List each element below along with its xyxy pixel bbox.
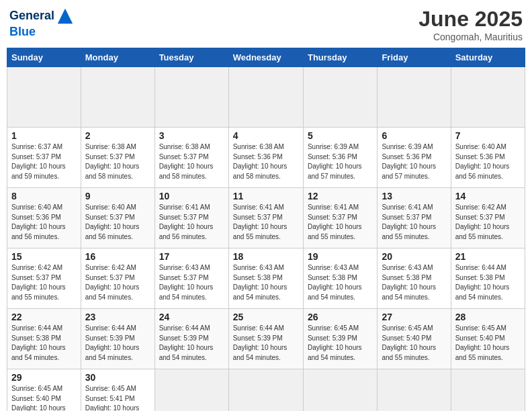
day-number: 9 bbox=[85, 191, 150, 201]
calendar-cell: 3 Sunrise: 6:38 AMSunset: 5:37 PMDayligh… bbox=[154, 128, 228, 188]
calendar-cell: 5 Sunrise: 6:39 AMSunset: 5:36 PMDayligh… bbox=[303, 128, 377, 188]
day-number: 22 bbox=[11, 312, 77, 322]
calendar-cell bbox=[303, 67, 377, 128]
calendar-cell: 14 Sunrise: 6:42 AMSunset: 5:37 PMDaylig… bbox=[451, 188, 525, 248]
day-number: 24 bbox=[159, 312, 224, 322]
day-info: Sunrise: 6:41 AMSunset: 5:37 PMDaylight:… bbox=[382, 203, 436, 240]
day-number: 10 bbox=[159, 191, 224, 201]
day-number: 23 bbox=[85, 312, 150, 322]
day-info: Sunrise: 6:45 AMSunset: 5:40 PMDaylight:… bbox=[382, 324, 436, 361]
calendar-cell: 4 Sunrise: 6:38 AMSunset: 5:36 PMDayligh… bbox=[228, 128, 303, 188]
svg-marker-0 bbox=[58, 9, 73, 24]
day-info: Sunrise: 6:39 AMSunset: 5:36 PMDaylight:… bbox=[382, 143, 436, 180]
day-info: Sunrise: 6:43 AMSunset: 5:38 PMDaylight:… bbox=[308, 264, 362, 301]
day-info: Sunrise: 6:41 AMSunset: 5:37 PMDaylight:… bbox=[159, 203, 214, 240]
day-info: Sunrise: 6:43 AMSunset: 5:38 PMDaylight:… bbox=[233, 264, 287, 301]
calendar-cell bbox=[81, 67, 154, 128]
calendar-cell: 28 Sunrise: 6:45 AMSunset: 5:40 PMDaylig… bbox=[451, 309, 525, 369]
day-number: 20 bbox=[382, 251, 446, 262]
calendar-cell: 19 Sunrise: 6:43 AMSunset: 5:38 PMDaylig… bbox=[303, 248, 377, 309]
day-number: 25 bbox=[233, 312, 299, 322]
col-header-thursday: Thursday bbox=[303, 48, 377, 67]
col-header-wednesday: Wednesday bbox=[228, 48, 303, 67]
day-number: 7 bbox=[455, 130, 521, 141]
calendar-cell: 7 Sunrise: 6:40 AMSunset: 5:36 PMDayligh… bbox=[451, 128, 525, 188]
calendar-cell bbox=[451, 369, 525, 412]
day-info: Sunrise: 6:44 AMSunset: 5:39 PMDaylight:… bbox=[159, 324, 214, 361]
calendar-cell: 22 Sunrise: 6:44 AMSunset: 5:38 PMDaylig… bbox=[7, 309, 81, 369]
calendar-cell: 17 Sunrise: 6:43 AMSunset: 5:37 PMDaylig… bbox=[154, 248, 228, 309]
page-header: General Blue June 2025 Congomah, Mauriti… bbox=[7, 7, 525, 42]
day-info: Sunrise: 6:38 AMSunset: 5:37 PMDaylight:… bbox=[85, 143, 140, 180]
month-title: June 2025 bbox=[418, 7, 523, 32]
day-info: Sunrise: 6:43 AMSunset: 5:38 PMDaylight:… bbox=[382, 264, 436, 301]
title-block: June 2025 Congomah, Mauritius bbox=[418, 7, 523, 42]
day-info: Sunrise: 6:39 AMSunset: 5:36 PMDaylight:… bbox=[308, 143, 362, 180]
day-info: Sunrise: 6:42 AMSunset: 5:37 PMDaylight:… bbox=[455, 203, 510, 240]
calendar-cell: 10 Sunrise: 6:41 AMSunset: 5:37 PMDaylig… bbox=[154, 188, 228, 248]
day-info: Sunrise: 6:38 AMSunset: 5:36 PMDaylight:… bbox=[233, 143, 287, 180]
day-number: 5 bbox=[308, 130, 373, 141]
calendar-cell: 26 Sunrise: 6:45 AMSunset: 5:39 PMDaylig… bbox=[303, 309, 377, 369]
calendar-table: SundayMondayTuesdayWednesdayThursdayFrid… bbox=[7, 48, 525, 411]
day-number: 13 bbox=[382, 191, 446, 201]
calendar-cell bbox=[228, 369, 303, 412]
day-number: 15 bbox=[11, 251, 77, 262]
logo-icon bbox=[56, 7, 75, 26]
calendar-cell: 16 Sunrise: 6:42 AMSunset: 5:37 PMDaylig… bbox=[81, 248, 154, 309]
calendar-cell: 12 Sunrise: 6:41 AMSunset: 5:37 PMDaylig… bbox=[303, 188, 377, 248]
day-number: 16 bbox=[85, 251, 150, 262]
calendar-cell bbox=[378, 369, 451, 412]
calendar-cell: 8 Sunrise: 6:40 AMSunset: 5:36 PMDayligh… bbox=[7, 188, 81, 248]
calendar-cell bbox=[303, 369, 377, 412]
calendar-cell bbox=[378, 67, 451, 128]
day-info: Sunrise: 6:44 AMSunset: 5:38 PMDaylight:… bbox=[455, 264, 510, 301]
calendar-cell bbox=[228, 67, 303, 128]
col-header-saturday: Saturday bbox=[451, 48, 525, 67]
logo: General Blue bbox=[9, 7, 75, 39]
day-number: 6 bbox=[382, 130, 446, 141]
day-number: 29 bbox=[11, 372, 77, 383]
calendar-cell: 25 Sunrise: 6:44 AMSunset: 5:39 PMDaylig… bbox=[228, 309, 303, 369]
day-info: Sunrise: 6:45 AMSunset: 5:41 PMDaylight:… bbox=[85, 385, 140, 411]
calendar-cell bbox=[451, 67, 525, 128]
location: Congomah, Mauritius bbox=[418, 32, 523, 42]
day-info: Sunrise: 6:42 AMSunset: 5:37 PMDaylight:… bbox=[11, 264, 66, 301]
day-info: Sunrise: 6:40 AMSunset: 5:36 PMDaylight:… bbox=[455, 143, 510, 180]
col-header-tuesday: Tuesday bbox=[154, 48, 228, 67]
day-info: Sunrise: 6:38 AMSunset: 5:37 PMDaylight:… bbox=[159, 143, 214, 180]
day-info: Sunrise: 6:44 AMSunset: 5:39 PMDaylight:… bbox=[233, 324, 287, 361]
col-header-friday: Friday bbox=[378, 48, 451, 67]
day-info: Sunrise: 6:42 AMSunset: 5:37 PMDaylight:… bbox=[85, 264, 140, 301]
calendar-cell: 18 Sunrise: 6:43 AMSunset: 5:38 PMDaylig… bbox=[228, 248, 303, 309]
day-number: 1 bbox=[11, 130, 77, 141]
day-number: 27 bbox=[382, 312, 446, 322]
day-info: Sunrise: 6:37 AMSunset: 5:37 PMDaylight:… bbox=[11, 143, 66, 180]
calendar-cell bbox=[154, 369, 228, 412]
day-number: 19 bbox=[308, 251, 373, 262]
day-number: 21 bbox=[455, 251, 521, 262]
calendar-cell: 11 Sunrise: 6:41 AMSunset: 5:37 PMDaylig… bbox=[228, 188, 303, 248]
calendar-cell bbox=[7, 67, 81, 128]
calendar-cell: 9 Sunrise: 6:40 AMSunset: 5:37 PMDayligh… bbox=[81, 188, 154, 248]
calendar-cell: 1 Sunrise: 6:37 AMSunset: 5:37 PMDayligh… bbox=[7, 128, 81, 188]
day-info: Sunrise: 6:44 AMSunset: 5:38 PMDaylight:… bbox=[11, 324, 66, 361]
day-info: Sunrise: 6:45 AMSunset: 5:40 PMDaylight:… bbox=[11, 385, 66, 411]
calendar-cell: 23 Sunrise: 6:44 AMSunset: 5:39 PMDaylig… bbox=[81, 309, 154, 369]
day-number: 28 bbox=[455, 312, 521, 322]
day-info: Sunrise: 6:44 AMSunset: 5:39 PMDaylight:… bbox=[85, 324, 140, 361]
calendar-cell: 13 Sunrise: 6:41 AMSunset: 5:37 PMDaylig… bbox=[378, 188, 451, 248]
day-number: 4 bbox=[233, 130, 299, 141]
day-info: Sunrise: 6:40 AMSunset: 5:36 PMDaylight:… bbox=[11, 203, 66, 240]
day-info: Sunrise: 6:45 AMSunset: 5:39 PMDaylight:… bbox=[308, 324, 362, 361]
day-info: Sunrise: 6:45 AMSunset: 5:40 PMDaylight:… bbox=[455, 324, 510, 361]
calendar-cell: 29 Sunrise: 6:45 AMSunset: 5:40 PMDaylig… bbox=[7, 369, 81, 412]
day-info: Sunrise: 6:41 AMSunset: 5:37 PMDaylight:… bbox=[233, 203, 287, 240]
day-number: 14 bbox=[455, 191, 521, 201]
calendar-cell: 21 Sunrise: 6:44 AMSunset: 5:38 PMDaylig… bbox=[451, 248, 525, 309]
day-number: 11 bbox=[233, 191, 299, 201]
calendar-cell bbox=[154, 67, 228, 128]
day-number: 18 bbox=[233, 251, 299, 262]
day-number: 2 bbox=[85, 130, 150, 141]
calendar-cell: 27 Sunrise: 6:45 AMSunset: 5:40 PMDaylig… bbox=[378, 309, 451, 369]
